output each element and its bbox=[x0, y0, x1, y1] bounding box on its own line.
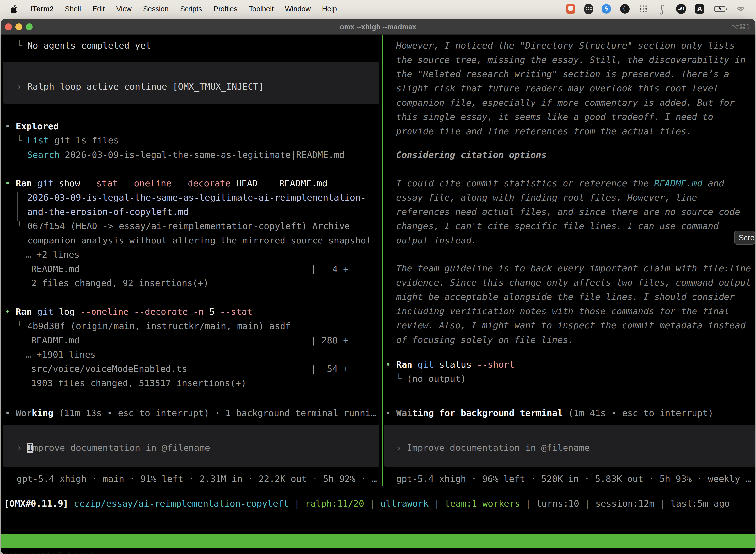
terminal-line: the "Related research writing" section i… bbox=[396, 67, 730, 81]
terminal-line: … +2 lines bbox=[26, 247, 80, 262]
terminal-line: including verification notes with those … bbox=[396, 304, 730, 319]
text-segment: might be acceptable alongside the file l… bbox=[396, 292, 735, 302]
text-segment: status bbox=[434, 359, 471, 370]
terminal-line: gpt-5.4 xhigh · main · 91% left · 2.31M … bbox=[17, 472, 377, 486]
terminal-line: Considering citation options bbox=[396, 148, 547, 162]
terminal-line: companion file, especially if more comme… bbox=[396, 96, 735, 110]
text-segment bbox=[68, 498, 74, 509]
pane-separator[interactable] bbox=[382, 35, 383, 486]
text-segment: +1901 lines bbox=[37, 349, 96, 359]
text-segment: and bbox=[702, 178, 724, 188]
menu-item-view[interactable]: View bbox=[116, 5, 131, 13]
text-segment: … bbox=[26, 349, 37, 359]
terminal-line: might be acceptable alongside the file l… bbox=[396, 290, 735, 304]
text-segment: Ran bbox=[16, 307, 32, 317]
text-segment: including verification notes with those … bbox=[396, 306, 730, 316]
text-segment: | bbox=[579, 498, 595, 509]
menu-item-shell[interactable]: Shell bbox=[65, 5, 81, 13]
text-segment: No agents completed yet bbox=[27, 41, 151, 51]
menu-item-toolbelt[interactable]: Toolbelt bbox=[249, 5, 273, 13]
text-segment: I bbox=[27, 443, 33, 453]
text-segment: 2026-03-09-is-legal-the-same-as-legitima… bbox=[60, 150, 344, 160]
text-segment: Search bbox=[27, 150, 60, 160]
text-segment: 2026-03-09-is-legal-the-same-as-legitima… bbox=[27, 192, 366, 203]
text-segment: └ bbox=[17, 41, 27, 51]
text-segment: (1m 41s • esc to interrupt) bbox=[563, 408, 713, 418]
battery-icon[interactable]: ϟ bbox=[713, 4, 726, 14]
text-segment: of focusing solely on file lines. bbox=[396, 335, 573, 345]
text-segment: team:1 workers bbox=[445, 498, 520, 509]
text-segment: • bbox=[5, 178, 16, 188]
text-segment: git bbox=[32, 307, 53, 317]
text-segment: | bbox=[429, 498, 445, 509]
text-segment: ting for background terminal bbox=[412, 408, 563, 418]
terminal-line: README.md | 4 + bbox=[31, 262, 349, 276]
text-segment: log bbox=[53, 307, 75, 317]
text-segment: mprove documentation in @filename bbox=[33, 443, 210, 453]
terminal-content[interactable]: └ No agents completed yet› Ralph loop ac… bbox=[1, 35, 755, 554]
squiggle-icon[interactable]: ʃ bbox=[657, 4, 667, 14]
text-segment: Ran bbox=[396, 359, 412, 370]
grid-dots-icon[interactable] bbox=[638, 4, 648, 14]
omx-status-line: [OMX#0.11.9] cczip/essay/ai-reimplementa… bbox=[4, 496, 730, 511]
menu-item-help[interactable]: Help bbox=[322, 5, 337, 13]
menu-bar-status-icons: ϟ☾ʃ..61Aϟ bbox=[566, 4, 746, 14]
text-segment: -- bbox=[258, 178, 274, 188]
wifi-icon[interactable] bbox=[735, 5, 746, 13]
menu-item-profiles[interactable]: Profiles bbox=[213, 5, 238, 13]
text-segment: • bbox=[5, 408, 16, 418]
iterm2-window: omx --xhigh --madmax ⌥⌘1 └ No agents com… bbox=[1, 19, 755, 554]
menu-item-session[interactable]: Session bbox=[143, 5, 169, 13]
terminal-line: changes, I can't cite specific file line… bbox=[396, 219, 718, 233]
terminal-line: companion analysis without altering the … bbox=[27, 233, 371, 248]
terminal-line: provide file and line references from th… bbox=[396, 124, 692, 138]
battery-bolt-glyph: ϟ bbox=[714, 6, 726, 12]
text-segment: └ bbox=[17, 135, 27, 146]
terminal-line: The team guideline is to back every impo… bbox=[396, 261, 751, 276]
text-segment: 1903 files changed, 513517 insertions(+) bbox=[31, 378, 246, 388]
a-app-icon[interactable]: A bbox=[695, 4, 704, 14]
text-segment: However, I noticed the "Directory Struct… bbox=[396, 41, 735, 51]
text-segment: (no output) bbox=[407, 374, 466, 384]
bolt-app-icon[interactable]: ϟ bbox=[602, 4, 611, 14]
text-segment: | bbox=[289, 498, 305, 509]
text-segment: evidence. Since this change only affects… bbox=[396, 277, 751, 288]
gauge-icon[interactable]: ..61 bbox=[676, 4, 686, 14]
text-segment: --stat --oneline --decorate bbox=[80, 178, 231, 188]
terminal-line: └ 067f154 (HEAD -> essay/ai-reimplementa… bbox=[17, 219, 350, 233]
text-segment: git bbox=[412, 359, 434, 370]
menu-item-scripts[interactable]: Scripts bbox=[180, 5, 202, 13]
text-segment: README.md bbox=[654, 178, 702, 188]
text-segment: slight risk that future readers may over… bbox=[396, 83, 718, 93]
text-segment: turns:10 bbox=[536, 498, 579, 509]
text-segment: List bbox=[27, 135, 49, 146]
text-segment: the source tree, missing the essay. Stil… bbox=[396, 55, 746, 65]
text-segment: Ran bbox=[16, 178, 32, 188]
menu-item-edit[interactable]: Edit bbox=[92, 5, 105, 13]
keyboard-shield-icon[interactable] bbox=[584, 4, 593, 14]
terminal-line: └ List git ls-files bbox=[17, 133, 119, 148]
text-segment: git bbox=[32, 178, 53, 188]
text-segment: 2 files changed, 92 insertions(+) bbox=[31, 278, 208, 288]
text-segment: 067f154 (HEAD -> essay/ai-reimplementati… bbox=[27, 221, 350, 231]
terminal-line: Search 2026-03-09-is-legal-the-same-as-l… bbox=[27, 148, 344, 162]
text-segment: | bbox=[654, 498, 671, 509]
text-segment: cczip/essay/ai-reimplementation-copyleft bbox=[74, 498, 289, 509]
menu-item-iterm2[interactable]: iTerm2 bbox=[30, 5, 54, 13]
terminal-line: slight risk that future readers may over… bbox=[396, 81, 718, 96]
window-titlebar[interactable]: omx --xhigh --madmax ⌥⌘1 bbox=[1, 19, 755, 35]
window-shortcut-badge: ⌥⌘1 bbox=[732, 19, 750, 35]
terminal-line: › Improve documentation in @filename bbox=[396, 441, 589, 455]
text-segment: Explored bbox=[16, 121, 59, 131]
apple-menu-icon[interactable] bbox=[11, 5, 18, 13]
terminal-line: gpt-5.4 xhigh · 96% left · 520K in · 5.8… bbox=[396, 472, 751, 486]
menu-item-window[interactable]: Window bbox=[285, 5, 311, 13]
terminal-line: • Waiting for background terminal (1m 41… bbox=[385, 406, 713, 420]
terminal-line: › Improve documentation in @filename bbox=[17, 441, 210, 455]
chat-app-icon[interactable] bbox=[566, 4, 575, 14]
text-segment: provide file and line references from th… bbox=[396, 126, 692, 136]
terminal-line: └ No agents completed yet bbox=[17, 39, 151, 53]
text-segment: └ bbox=[396, 374, 407, 384]
moon-app-icon[interactable]: ☾ bbox=[620, 4, 630, 14]
text-segment: • bbox=[385, 408, 396, 418]
